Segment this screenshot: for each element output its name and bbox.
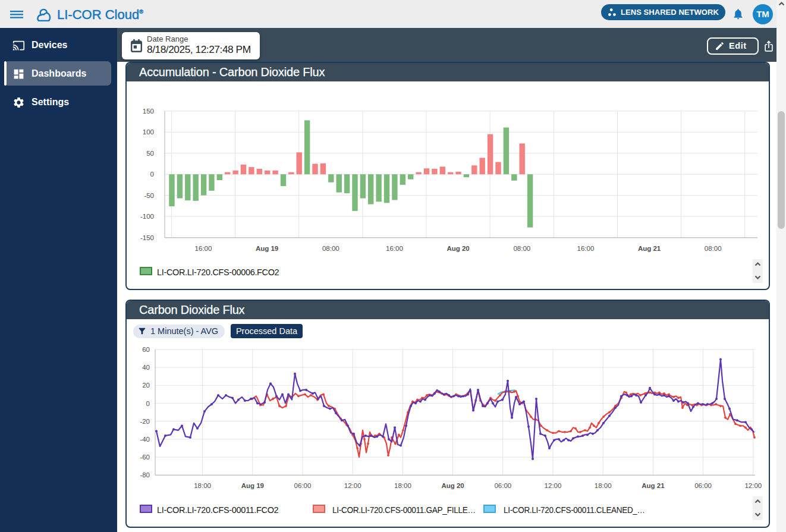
svg-text:-150: -150 — [140, 234, 154, 241]
svg-text:-80: -80 — [140, 471, 150, 479]
svg-text:18:00: 18:00 — [194, 481, 211, 489]
svg-text:18:00: 18:00 — [595, 481, 612, 489]
svg-text:-100: -100 — [140, 213, 154, 220]
svg-text:50: 50 — [146, 149, 154, 156]
svg-text:08:00: 08:00 — [705, 244, 722, 251]
svg-text:20: 20 — [142, 382, 150, 389]
svg-text:Aug 20: Aug 20 — [447, 244, 469, 251]
svg-text:150: 150 — [143, 107, 154, 114]
svg-text:16:00: 16:00 — [577, 244, 595, 251]
svg-text:08:00: 08:00 — [513, 244, 530, 251]
svg-text:18:00: 18:00 — [394, 481, 411, 489]
svg-text:Aug 21: Aug 21 — [642, 481, 665, 489]
svg-text:-20: -20 — [140, 417, 150, 424]
svg-text:0: 0 — [150, 171, 154, 178]
svg-text:Aug 19: Aug 19 — [241, 481, 264, 489]
svg-text:12:00: 12:00 — [344, 481, 361, 489]
svg-text:12:00: 12:00 — [744, 481, 762, 489]
svg-text:-50: -50 — [144, 191, 154, 199]
svg-text:06:00: 06:00 — [494, 481, 511, 489]
svg-text:60: 60 — [142, 345, 150, 352]
svg-text:06:00: 06:00 — [294, 481, 312, 489]
svg-text:16:00: 16:00 — [386, 244, 403, 251]
svg-text:12:00: 12:00 — [545, 481, 562, 489]
svg-text:-60: -60 — [140, 454, 150, 461]
svg-text:Aug 20: Aug 20 — [441, 481, 464, 489]
svg-text:06:00: 06:00 — [694, 481, 712, 489]
svg-text:-40: -40 — [140, 435, 150, 442]
svg-text:16:00: 16:00 — [195, 244, 212, 251]
svg-text:Aug 19: Aug 19 — [256, 244, 278, 251]
svg-text:40: 40 — [142, 364, 150, 371]
svg-text:Aug 21: Aug 21 — [638, 244, 661, 251]
svg-text:0: 0 — [146, 399, 150, 407]
svg-text:08:00: 08:00 — [322, 244, 339, 251]
svg-text:100: 100 — [143, 128, 154, 136]
